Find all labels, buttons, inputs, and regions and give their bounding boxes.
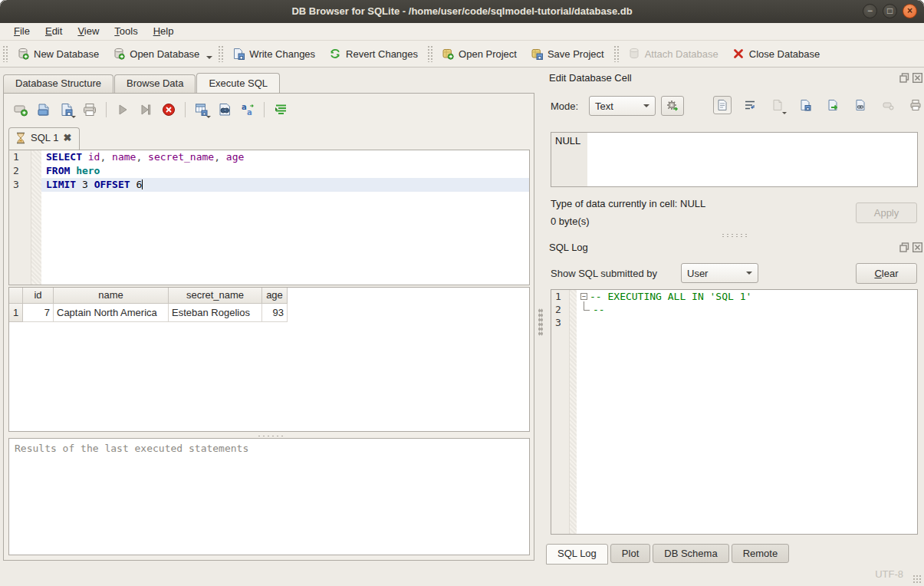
tab-execute-sql[interactable]: Execute SQL xyxy=(196,73,280,93)
write-changes-button[interactable]: Write Changes xyxy=(225,44,322,64)
save-project-button[interactable]: Save Project xyxy=(524,44,611,64)
print-icon[interactable] xyxy=(81,101,99,118)
log-filter-value: User xyxy=(687,268,740,279)
tab-remote[interactable]: Remote xyxy=(732,544,790,563)
svg-text:a: a xyxy=(242,103,247,111)
close-database-button[interactable]: Close Database xyxy=(725,44,827,64)
cell-type-info: Type of data currently in cell: NULL xyxy=(551,198,705,209)
column-header-age[interactable]: age xyxy=(262,288,288,304)
save-sql-dropdown[interactable] xyxy=(71,116,76,118)
tab-sql-log[interactable]: SQL Log xyxy=(546,544,608,565)
open-project-button[interactable]: Open Project xyxy=(435,44,524,64)
row-header[interactable]: 1 xyxy=(9,304,23,322)
table-row[interactable]: 1 7 Captain North America Esteban Rogeli… xyxy=(9,304,529,322)
column-header-secret-name[interactable]: secret_name xyxy=(169,288,262,304)
toolbar-grip[interactable] xyxy=(427,45,432,62)
title-bar[interactable]: DB Browser for SQLite - /home/user/code/… xyxy=(0,0,924,23)
cell-age[interactable]: 93 xyxy=(262,304,288,322)
import-icon[interactable] xyxy=(796,96,814,114)
corner-header[interactable] xyxy=(9,288,23,304)
tab-database-structure[interactable]: Database Structure xyxy=(3,74,113,93)
vertical-splitter[interactable] xyxy=(538,308,543,336)
clear-log-button[interactable]: Clear xyxy=(856,263,917,284)
attach-database-button: Attach Database xyxy=(621,44,725,64)
code-line[interactable]: LIMIT 3 OFFSET 6 xyxy=(41,178,529,192)
float-panel-icon[interactable] xyxy=(899,242,909,252)
auto-mode-button[interactable] xyxy=(661,96,684,116)
menu-edit[interactable]: Edit xyxy=(38,24,70,39)
menu-file[interactable]: File xyxy=(6,24,38,39)
sql-log-view[interactable]: 123 −-- EXECUTING ALL IN 'SQL 1'-- xyxy=(551,289,918,535)
cell-id[interactable]: 7 xyxy=(23,304,54,322)
open-sql-icon[interactable] xyxy=(35,101,53,118)
link-icon[interactable] xyxy=(851,96,870,114)
mode-select[interactable]: Text xyxy=(589,96,656,116)
toolbar-grip[interactable] xyxy=(218,45,223,62)
cell-name[interactable]: Captain North America xyxy=(54,304,169,322)
stop-icon[interactable] xyxy=(159,101,178,118)
export-results-dropdown[interactable] xyxy=(206,116,211,118)
cell-editor[interactable]: NULL xyxy=(551,132,918,187)
revert-changes-label: Revert Changes xyxy=(346,48,418,60)
find-icon[interactable] xyxy=(215,101,234,118)
editor-code-area[interactable]: SELECT id, name, secret_name, ageFROM he… xyxy=(41,150,529,285)
replace-icon[interactable]: aa xyxy=(238,101,257,118)
save-sql-icon[interactable] xyxy=(58,101,76,118)
open-database-button[interactable]: Open Database xyxy=(106,44,206,64)
results-table[interactable]: id name secret_name age 1 7 Captain Nort… xyxy=(8,287,530,432)
log-code-area[interactable]: −-- EXECUTING ALL IN 'SQL 1'-- xyxy=(577,290,917,534)
menu-help[interactable]: Help xyxy=(146,24,182,39)
new-tab-icon[interactable] xyxy=(12,101,30,118)
open-project-icon xyxy=(442,48,454,60)
close-panel-icon[interactable] xyxy=(912,242,922,252)
menu-view[interactable]: View xyxy=(70,24,107,39)
results-header-row: id name secret_name age xyxy=(9,288,529,304)
text-mode-icon[interactable] xyxy=(713,96,732,114)
close-tab-icon[interactable]: ✖ xyxy=(63,132,71,143)
execute-line-icon[interactable] xyxy=(136,101,155,118)
revert-changes-button[interactable]: Revert Changes xyxy=(322,44,425,64)
export-results-icon[interactable] xyxy=(192,101,211,118)
log-filter-select[interactable]: User xyxy=(681,263,758,283)
splitter-handle[interactable] xyxy=(721,233,748,238)
sql-editor[interactable]: 123 SELECT id, name, secret_name, ageFRO… xyxy=(8,150,530,285)
tab-plot[interactable]: Plot xyxy=(610,544,650,563)
cell-secret-name[interactable]: Esteban Rogelios xyxy=(169,304,262,322)
new-database-button[interactable]: New Database xyxy=(10,44,106,64)
word-wrap-icon[interactable] xyxy=(741,96,759,114)
open-file-dropdown xyxy=(782,112,787,114)
sql-toolbar: aa xyxy=(12,101,290,118)
minimize-icon[interactable]: − xyxy=(863,4,877,18)
toolbar-grip[interactable] xyxy=(613,45,619,62)
close-panel-icon[interactable] xyxy=(912,73,922,83)
attach-database-icon xyxy=(628,48,640,60)
print-cell-icon[interactable] xyxy=(906,96,924,114)
sql-tab-bar: SQL 1 ✖ xyxy=(8,127,80,150)
resize-grip[interactable] xyxy=(912,574,922,584)
close-icon[interactable]: × xyxy=(903,4,917,18)
maximize-icon[interactable]: □ xyxy=(883,4,897,18)
format-icon[interactable] xyxy=(271,101,290,118)
code-line[interactable]: SELECT id, name, secret_name, age xyxy=(41,150,529,164)
column-header-name[interactable]: name xyxy=(54,288,169,304)
tab-browse-data[interactable]: Browse Data xyxy=(114,74,196,93)
close-database-icon xyxy=(732,48,745,60)
execute-all-icon[interactable] xyxy=(113,101,132,118)
results-message-box[interactable]: Results of the last executed statements xyxy=(8,438,530,555)
mode-value: Text xyxy=(595,100,637,112)
open-database-dropdown[interactable] xyxy=(206,56,212,59)
write-changes-icon xyxy=(232,48,245,60)
collapse-icon[interactable]: − xyxy=(580,293,587,300)
toolbar-grip[interactable] xyxy=(2,45,8,62)
code-line[interactable]: FROM hero xyxy=(41,164,529,178)
hourglass-icon xyxy=(15,132,26,144)
edit-cell-panel-buttons xyxy=(899,73,922,83)
column-header-id[interactable]: id xyxy=(23,288,54,304)
window-controls: − □ × xyxy=(863,4,917,18)
tab-db-schema[interactable]: DB Schema xyxy=(653,544,728,563)
encoding-indicator[interactable]: UTF-8 xyxy=(875,568,903,580)
export-icon[interactable] xyxy=(824,96,842,114)
sql-tab[interactable]: SQL 1 ✖ xyxy=(8,127,80,150)
float-panel-icon[interactable] xyxy=(899,73,909,83)
menu-tools[interactable]: Tools xyxy=(107,24,145,39)
